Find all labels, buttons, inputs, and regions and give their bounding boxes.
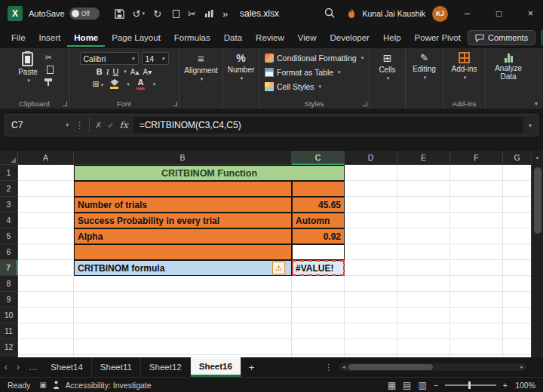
row-header-8[interactable]: 8 [0, 276, 18, 292]
sheet-tab-sheet11[interactable]: Sheet11 [92, 357, 141, 377]
cell[interactable] [397, 228, 450, 244]
cell[interactable] [397, 260, 450, 276]
formula-input[interactable]: =CRITBINOM(C3,C4,C5) [133, 117, 523, 133]
cell[interactable] [450, 260, 503, 276]
cell[interactable] [397, 165, 450, 181]
cell[interactable] [450, 213, 503, 228]
save-icon[interactable] [115, 9, 124, 19]
cell[interactable] [503, 165, 531, 181]
alignment-button[interactable]: ≡ Alignment ▾ [181, 51, 220, 84]
copy-icon[interactable] [47, 66, 54, 74]
row-header-1[interactable]: 1 [0, 165, 18, 181]
insert-function-icon[interactable]: fx [119, 120, 127, 130]
cell[interactable] [18, 323, 74, 339]
cell-B7[interactable]: CRITBINOM formula [74, 260, 292, 276]
user-avatar[interactable]: KJ [432, 6, 448, 22]
cell[interactable] [397, 244, 450, 260]
zoom-out-icon[interactable]: − [434, 381, 438, 390]
cell[interactable] [292, 292, 345, 308]
cell-B2[interactable] [74, 181, 292, 197]
font-name-select[interactable]: Calibri ▾ [80, 52, 139, 65]
cell-A4[interactable] [18, 213, 74, 228]
underline-button[interactable]: U [112, 67, 118, 76]
cell[interactable] [503, 323, 531, 339]
cell[interactable] [503, 292, 531, 308]
editing-button[interactable]: ✎ Editing ▾ [410, 51, 439, 82]
accessibility-status[interactable]: Accessibility: Investigate [66, 381, 152, 390]
cell-A3[interactable] [18, 197, 74, 213]
borders-button[interactable]: ⊞▾ [93, 79, 104, 89]
cell[interactable] [503, 197, 531, 213]
cell[interactable] [450, 308, 503, 323]
cell[interactable] [292, 308, 345, 323]
italic-button[interactable]: I [106, 67, 109, 76]
name-box[interactable]: C7 ▾ [10, 120, 70, 130]
cell[interactable] [292, 276, 345, 292]
row-header-10[interactable]: 10 [0, 308, 18, 323]
row-header-11[interactable]: 11 [0, 323, 18, 339]
minimize-button[interactable]: – [455, 0, 480, 27]
zoom-slider[interactable] [445, 384, 496, 386]
number-button[interactable]: % Number ▾ [225, 51, 258, 83]
cell[interactable] [503, 181, 531, 197]
user-name[interactable]: Kunal Jai Kaushik [363, 9, 425, 18]
cell[interactable] [292, 323, 345, 339]
cell[interactable] [345, 165, 397, 181]
cell-C4[interactable]: Automn [292, 213, 345, 228]
cell[interactable] [345, 276, 397, 292]
cell[interactable] [345, 260, 397, 276]
cell-C5[interactable]: 0.92 [292, 228, 345, 244]
tab-data[interactable]: Data [217, 29, 249, 47]
enter-icon[interactable]: ✓ [107, 121, 114, 130]
cut-icon[interactable]: ✂ [45, 53, 52, 63]
cells-button[interactable]: ⊞ Cells ▾ [376, 51, 398, 83]
row-header-4[interactable]: 4 [0, 213, 18, 228]
cell[interactable] [345, 308, 397, 323]
chart-icon[interactable] [204, 9, 214, 18]
dialog-launcher-icon[interactable] [173, 102, 177, 106]
add-sheet-button[interactable]: + [241, 362, 262, 373]
cell[interactable] [345, 228, 397, 244]
cell[interactable] [450, 197, 503, 213]
zoom-level[interactable]: 100% [514, 381, 535, 390]
cell[interactable] [450, 244, 503, 260]
analyze-data-button[interactable]: Analyze Data [488, 51, 529, 82]
font-color-button[interactable]: A [137, 78, 145, 90]
zoom-in-icon[interactable]: + [503, 381, 508, 390]
tab-help[interactable]: Help [376, 29, 408, 47]
tab-formulas[interactable]: Formulas [167, 29, 217, 47]
fill-color-button[interactable] [110, 79, 118, 89]
tab-home[interactable]: Home [67, 29, 105, 47]
cell[interactable] [503, 244, 531, 260]
cell[interactable] [450, 292, 503, 308]
cell[interactable] [74, 308, 292, 323]
maximize-button[interactable]: □ [486, 0, 511, 27]
cell[interactable] [345, 339, 397, 355]
cell-B3[interactable]: Number of trials [74, 197, 292, 213]
cell[interactable] [450, 276, 503, 292]
cell[interactable] [450, 323, 503, 339]
cell-A6[interactable] [18, 244, 74, 260]
cell[interactable] [503, 213, 531, 228]
overflow-icon[interactable]: » [222, 8, 228, 20]
cell-A7[interactable] [18, 260, 74, 276]
cell[interactable] [345, 213, 397, 228]
tab-developer[interactable]: Developer [324, 29, 376, 47]
vertical-scrollbar[interactable]: ▲ [531, 151, 543, 357]
cell-A5[interactable] [18, 228, 74, 244]
scroll-up-icon[interactable]: ▲ [532, 151, 543, 160]
cell[interactable] [503, 260, 531, 276]
sheet-tab-sheet12[interactable]: Sheet12 [141, 357, 191, 377]
error-options-button[interactable]: ⚠ [272, 262, 285, 274]
decrease-font-icon[interactable]: A▾ [143, 68, 152, 76]
cell[interactable] [397, 181, 450, 197]
cell[interactable] [503, 276, 531, 292]
dialog-launcher-icon[interactable] [363, 102, 367, 106]
more-sheets-icon[interactable]: … [24, 362, 42, 372]
cell-C7-selected[interactable]: #VALUE! [292, 260, 345, 276]
cell[interactable] [74, 276, 292, 292]
undo-button[interactable]: ↺▾ [133, 8, 145, 20]
expand-formula-bar-icon[interactable]: ▾ [529, 122, 532, 129]
cell[interactable] [450, 339, 503, 355]
column-header-b[interactable]: B [74, 151, 292, 165]
